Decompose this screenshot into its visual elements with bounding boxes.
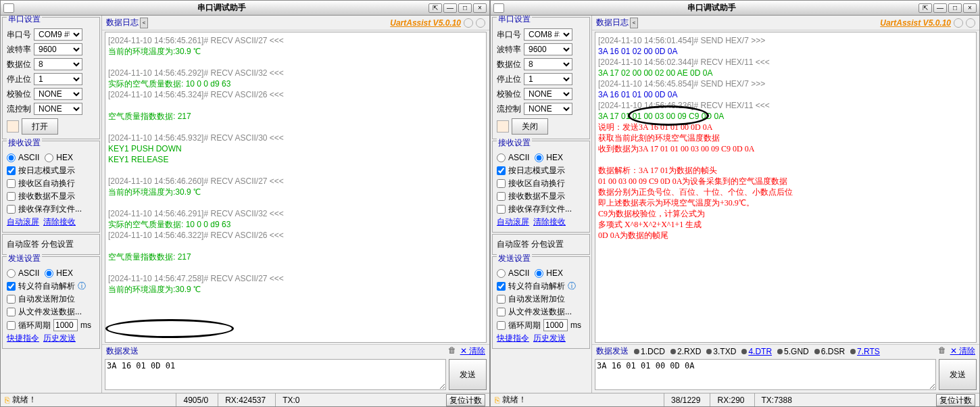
send-chk-1[interactable]: 自动发送附加位 <box>7 293 95 305</box>
log-tab-arrow[interactable]: < <box>140 18 148 28</box>
port-label: 数据位 <box>497 59 521 70</box>
close-button[interactable]: × <box>963 3 977 13</box>
port-select-3[interactable]: 1 <box>34 73 82 85</box>
port-label: 停止位 <box>7 74 31 85</box>
brand-label[interactable]: UartAssist V5.0.10 <box>880 18 951 28</box>
port-select-3[interactable]: 1 <box>524 73 572 85</box>
send-hex-radio[interactable]: HEX <box>535 268 563 278</box>
info-icon[interactable]: ⓘ <box>78 281 86 292</box>
recv-chk-2[interactable]: 接收数据不显示 <box>7 191 95 202</box>
autoresp-label[interactable]: 自动应答 分包设置 <box>497 239 564 249</box>
status-tx: TX:7388 <box>754 393 799 406</box>
pin-button[interactable]: ⇱ <box>428 3 442 13</box>
recv-chk-3[interactable]: 接收保存到文件... <box>497 204 585 215</box>
open-button[interactable]: 打开 <box>22 118 58 135</box>
close-button[interactable]: × <box>473 3 487 13</box>
minimize-button[interactable]: — <box>443 3 457 13</box>
port-select-5[interactable]: NONE <box>34 103 82 115</box>
open-button[interactable]: 关闭 <box>512 118 548 135</box>
send-chk-2[interactable]: 从文件发送数据... <box>497 306 585 318</box>
send-chk-0[interactable]: 转义符自动解析 ⓘ <box>7 281 95 292</box>
log-area[interactable]: [2024-11-10 14:56:45.261]# RECV ASCII/27… <box>105 32 487 343</box>
send-textarea[interactable]: 3A 16 01 01 00 0D 0A <box>595 359 936 390</box>
send-group-title: 发送设置 <box>497 253 532 264</box>
signal-3[interactable]: 4.DTR <box>741 347 772 356</box>
cycle-chk[interactable]: 循环周期 ms <box>497 319 585 331</box>
port-select-1[interactable]: 9600 <box>34 43 82 55</box>
status-rx: RX:290 <box>710 393 751 406</box>
send-label: 数据发送 <box>596 345 629 357</box>
recv-chk-3[interactable]: 接收保存到文件... <box>7 204 95 215</box>
recv-ascii-radio[interactable]: ASCII <box>497 153 529 162</box>
port-select-1[interactable]: 9600 <box>524 43 572 55</box>
cycle-chk[interactable]: 循环周期 ms <box>7 319 95 331</box>
maximize-button[interactable]: □ <box>948 3 962 13</box>
port-select-5[interactable]: NONE <box>524 103 572 115</box>
recv-chk-1[interactable]: 接收区自动换行 <box>7 178 95 189</box>
recv-chk-0[interactable]: 按日志模式显示 <box>497 165 585 176</box>
recv-ascii-radio[interactable]: ASCII <box>7 153 39 162</box>
port-select-2[interactable]: 8 <box>524 58 572 70</box>
send-link[interactable]: 历史发送 <box>533 333 566 344</box>
signal-0: 1.DCD <box>634 347 665 356</box>
log-tab-arrow[interactable]: < <box>630 18 638 28</box>
send-ascii-radio[interactable]: ASCII <box>497 268 529 278</box>
cycle-input[interactable] <box>543 319 568 331</box>
recv-chk-0[interactable]: 按日志模式显示 <box>7 165 95 176</box>
port-label: 数据位 <box>7 59 31 70</box>
signal-1: 2.RXD <box>670 347 701 356</box>
pin-button[interactable]: ⇱ <box>918 3 932 13</box>
port-select-2[interactable]: 8 <box>34 58 82 70</box>
recv-chk-2[interactable]: 接收数据不显示 <box>497 191 585 202</box>
clear-send[interactable]: ✕ 清除 <box>950 345 975 357</box>
port-label: 校验位 <box>7 89 31 100</box>
send-button[interactable]: 发送 <box>939 359 977 390</box>
port-label: 串口号 <box>497 29 521 41</box>
send-link[interactable]: 历史发送 <box>43 333 76 344</box>
cycle-input[interactable] <box>53 319 78 331</box>
send-textarea[interactable]: 3A 16 01 0D 01 <box>105 359 446 390</box>
clear-send[interactable]: ✕ 清除 <box>460 345 485 357</box>
port-iconbtn[interactable] <box>497 120 509 133</box>
log-area[interactable]: [2024-11-10 14:56:01.454]# SEND HEX/7 >>… <box>595 32 977 343</box>
signal-6[interactable]: 7.RTS <box>850 347 880 356</box>
port-select-0[interactable]: COM8 #STM <box>524 28 572 41</box>
send-trash-icon[interactable]: 🗑 <box>938 345 946 357</box>
port-select-4[interactable]: NONE <box>34 88 82 100</box>
signal-2: 3.TXD <box>706 347 736 356</box>
status-icon: ⎘ <box>5 396 9 405</box>
reset-count-button[interactable]: 复位计数 <box>936 394 975 406</box>
send-hex-radio[interactable]: HEX <box>45 268 73 278</box>
status-rx: RX:424537 <box>218 393 272 406</box>
recv-link[interactable]: 清除接收 <box>43 216 76 228</box>
port-select-4[interactable]: NONE <box>524 88 572 100</box>
autoresp-label[interactable]: 自动应答 分包设置 <box>7 239 74 249</box>
recv-chk-1[interactable]: 接收区自动换行 <box>497 178 585 189</box>
info-icon[interactable]: ⓘ <box>568 281 576 292</box>
minimize-button[interactable]: — <box>933 3 947 13</box>
reset-count-button[interactable]: 复位计数 <box>446 394 485 406</box>
bell-icon <box>966 18 975 28</box>
recv-hex-radio[interactable]: HEX <box>535 153 563 162</box>
send-link[interactable]: 快捷指令 <box>7 333 39 344</box>
port-iconbtn[interactable] <box>7 120 19 133</box>
send-trash-icon[interactable]: 🗑 <box>448 345 456 357</box>
send-ascii-radio[interactable]: ASCII <box>7 268 39 278</box>
log-label: 数据日志 <box>106 17 139 28</box>
port-select-0[interactable]: COM9 #US] <box>34 28 82 41</box>
maximize-button[interactable]: □ <box>458 3 472 13</box>
recv-link[interactable]: 自动滚屏 <box>7 216 39 228</box>
port-group-title: 串口设置 <box>497 16 532 25</box>
recv-link[interactable]: 自动滚屏 <box>497 216 529 228</box>
recv-hex-radio[interactable]: HEX <box>45 153 73 162</box>
log-label: 数据日志 <box>596 17 629 28</box>
send-chk-1[interactable]: 自动发送附加位 <box>497 293 585 305</box>
send-button[interactable]: 发送 <box>449 359 487 390</box>
send-chk-0[interactable]: 转义符自动解析 ⓘ <box>497 281 585 292</box>
send-chk-2[interactable]: 从文件发送数据... <box>7 306 95 318</box>
status-icon: ⎘ <box>495 396 499 405</box>
brand-label[interactable]: UartAssist V5.0.10 <box>390 18 461 28</box>
status-ready: 就绪！ <box>12 394 36 406</box>
send-link[interactable]: 快捷指令 <box>497 333 529 344</box>
recv-link[interactable]: 清除接收 <box>533 216 566 228</box>
